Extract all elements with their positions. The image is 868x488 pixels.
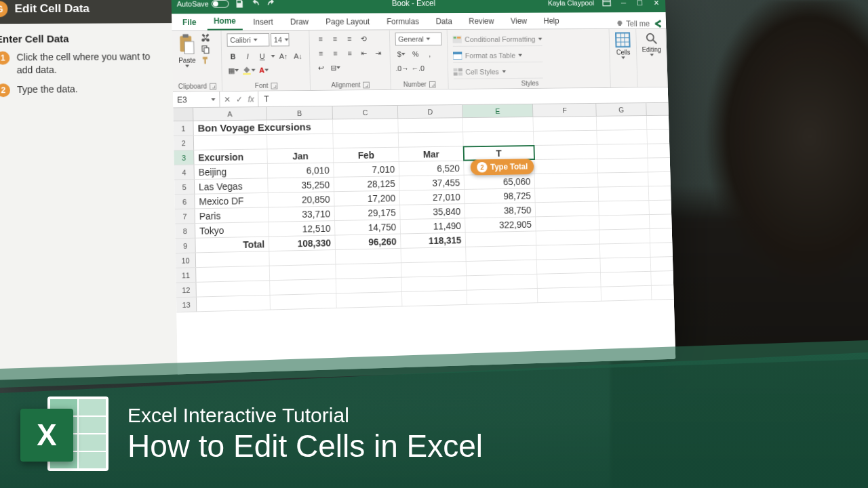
cell[interactable]: Beijing [195, 164, 269, 179]
cell[interactable]: 322,905 [465, 217, 536, 232]
save-icon[interactable] [234, 0, 245, 9]
cell[interactable]: 38,750 [465, 203, 536, 218]
cells-button[interactable]: Cells [614, 32, 631, 60]
spreadsheet-grid[interactable]: A B C D E F G 1 Bon Voyage Excursions 2 [173, 103, 675, 375]
undo-icon[interactable] [250, 0, 260, 9]
cell[interactable]: Las Vegas [195, 178, 269, 193]
currency-button[interactable]: $ [395, 48, 408, 60]
cancel-edit-icon[interactable]: ✕ [224, 94, 231, 104]
align-middle-icon[interactable]: ≡ [329, 33, 341, 45]
cell[interactable]: 27,010 [400, 190, 465, 205]
cell[interactable]: 29,175 [335, 205, 401, 220]
dialog-launcher-icon[interactable] [271, 82, 277, 89]
cell[interactable]: 7,010 [334, 162, 399, 177]
close-button[interactable]: ✕ [652, 0, 660, 7]
col-header[interactable]: E [462, 104, 533, 117]
cell[interactable]: 14,750 [335, 220, 401, 235]
row-header[interactable]: 2 [174, 136, 194, 150]
cell-styles-button[interactable]: Cell Styles [453, 64, 543, 79]
active-cell[interactable]: T 2Type Total [464, 146, 534, 161]
cell[interactable]: 12,510 [269, 221, 335, 236]
cell[interactable]: Mar [399, 146, 464, 161]
cell[interactable]: 33,710 [269, 207, 335, 222]
cell[interactable]: 35,250 [268, 178, 334, 192]
row-header[interactable]: 1 [174, 121, 194, 136]
minimize-button[interactable]: ─ [619, 0, 628, 7]
row-header[interactable]: 6 [175, 195, 195, 209]
tell-me-search[interactable]: Tell me [616, 19, 650, 28]
paste-button[interactable]: Paste [177, 34, 197, 68]
dialog-launcher-icon[interactable] [429, 81, 435, 87]
col-header[interactable]: D [398, 105, 463, 118]
align-bottom-icon[interactable]: ≡ [343, 33, 355, 44]
cell[interactable]: 108,330 [269, 235, 336, 251]
align-top-icon[interactable]: ≡ [315, 33, 327, 45]
borders-button[interactable]: ▦ [227, 64, 239, 77]
col-header[interactable]: A [193, 107, 267, 121]
row-header[interactable]: 12 [176, 283, 197, 298]
indent-increase-icon[interactable]: ⇥ [372, 47, 384, 58]
row-header[interactable]: 8 [175, 224, 195, 238]
align-right-icon[interactable]: ≡ [344, 47, 356, 59]
merge-center-button[interactable]: ⊟ [330, 62, 342, 74]
row-header[interactable]: 11 [176, 268, 196, 282]
comma-button[interactable]: , [424, 48, 436, 60]
underline-button[interactable]: U [256, 50, 269, 62]
tab-page-layout[interactable]: Page Layout [319, 14, 376, 29]
tab-formulas[interactable]: Formulas [380, 14, 425, 29]
cell[interactable]: 98,725 [465, 188, 535, 203]
format-as-table-button[interactable]: Format as Table [453, 48, 543, 63]
cell[interactable]: Tokyo [195, 222, 269, 238]
orientation-icon[interactable]: ⟲ [358, 33, 370, 44]
confirm-edit-icon[interactable]: ✓ [236, 94, 243, 104]
toggle-off-icon[interactable] [212, 0, 229, 7]
row-header[interactable]: 4 [174, 165, 195, 179]
cell[interactable]: Jan [267, 148, 334, 163]
cell[interactable]: 6,010 [268, 163, 334, 178]
cell[interactable]: Total [195, 237, 269, 252]
decrease-decimal-icon[interactable]: ←.0 [411, 62, 425, 74]
tab-draw[interactable]: Draw [283, 15, 315, 30]
row-header[interactable]: 13 [176, 298, 197, 312]
share-icon[interactable] [654, 19, 663, 28]
font-size-select[interactable]: 14 [271, 33, 290, 47]
dialog-launcher-icon[interactable] [210, 83, 216, 89]
fill-color-button[interactable] [242, 64, 256, 77]
row-header[interactable]: 7 [175, 209, 195, 223]
formula-input[interactable]: T [259, 90, 669, 103]
cell[interactable]: Excursion [194, 149, 268, 164]
ribbon-display-icon[interactable] [601, 0, 612, 8]
row-header[interactable]: 9 [176, 239, 196, 253]
name-box[interactable]: E3 [173, 92, 220, 107]
tab-data[interactable]: Data [429, 14, 459, 29]
insert-function-icon[interactable]: fx [248, 94, 254, 104]
cell[interactable]: 65,060 [465, 174, 535, 189]
cut-icon[interactable] [200, 33, 211, 43]
maximize-button[interactable]: ☐ [635, 0, 644, 7]
col-header[interactable]: B [267, 106, 333, 120]
tab-help[interactable]: Help [537, 14, 566, 28]
tab-home[interactable]: Home [207, 14, 243, 30]
tab-insert[interactable]: Insert [246, 15, 279, 30]
align-left-icon[interactable]: ≡ [315, 47, 327, 60]
number-format-select[interactable]: General [395, 33, 441, 46]
italic-button[interactable]: I [241, 50, 254, 62]
cell[interactable] [466, 231, 537, 246]
cell[interactable]: 6,520 [399, 161, 465, 176]
tab-review[interactable]: Review [462, 14, 501, 29]
wrap-text-button[interactable]: ↩ [315, 62, 328, 74]
cell[interactable]: 28,125 [334, 176, 400, 191]
select-all-corner[interactable] [173, 108, 193, 121]
autosave-toggle[interactable]: AutoSave [177, 0, 229, 8]
increase-decimal-icon[interactable]: .0→ [395, 62, 409, 74]
row-header[interactable]: 10 [176, 253, 196, 267]
cell[interactable]: 17,200 [334, 191, 400, 206]
cell[interactable]: 20,850 [269, 192, 335, 207]
conditional-formatting-button[interactable]: Conditional Formatting [452, 32, 542, 47]
cell[interactable]: 96,260 [335, 234, 401, 249]
editing-button[interactable]: Editing [642, 31, 661, 56]
user-name[interactable]: Kayla Claypool [548, 0, 595, 7]
dialog-launcher-icon[interactable] [363, 81, 370, 88]
row-header[interactable]: 3 [174, 150, 194, 165]
cell[interactable]: 118,315 [401, 233, 466, 248]
